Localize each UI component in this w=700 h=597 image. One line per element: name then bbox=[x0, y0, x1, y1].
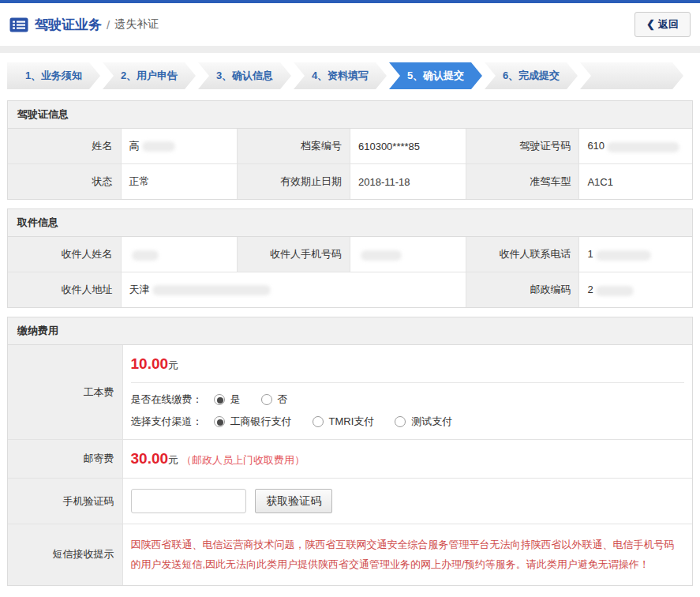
header-divider bbox=[0, 46, 700, 53]
sms-code-cell: 获取验证码 bbox=[122, 479, 692, 524]
post-fee-amount: 30.00 bbox=[131, 450, 169, 467]
field-value-archive-no: 610300****85 bbox=[350, 129, 466, 164]
table-row: 状态 正常 有效期止日期 2018-11-18 准驾车型 A1C1 bbox=[8, 164, 692, 200]
license-info-section: 驾驶证信息 姓名 高 档案编号 610300****85 驾驶证号码 610 状… bbox=[7, 100, 693, 200]
field-value-license-no: 610 bbox=[579, 129, 692, 164]
breadcrumb-separator: / bbox=[107, 18, 110, 32]
field-label-expiry-date: 有效期止日期 bbox=[237, 164, 350, 200]
payment-section: 缴纳费用 工本费 10.00元 是否在线缴费： 是 bbox=[7, 317, 693, 586]
field-value-recipient-name bbox=[121, 237, 237, 272]
table-row: 短信接收提示 因陕西省联通、电信运营商技术问题，陕西省互联网交通安全综合服务管理… bbox=[8, 524, 692, 585]
field-value-recipient-address: 天津 bbox=[121, 272, 466, 308]
page-title: 驾驶证业务 bbox=[35, 16, 102, 34]
payment-table: 工本费 10.00元 是否在线缴费： 是 否 bbox=[8, 345, 692, 585]
back-button-label: 返回 bbox=[658, 18, 679, 30]
radio-button-icon[interactable] bbox=[214, 394, 225, 405]
field-label-vehicle-class: 准驾车型 bbox=[466, 164, 579, 200]
page-header: 驾驶证业务 / 遗失补证 ❮返回 bbox=[0, 3, 700, 46]
field-label-archive-no: 档案编号 bbox=[237, 129, 350, 164]
field-label-recipient-mobile: 收件人手机号码 bbox=[237, 237, 350, 272]
online-payment-question: 是否在线缴费： 是 否 bbox=[131, 392, 685, 407]
table-row: 工本费 10.00元 是否在线缴费： 是 否 bbox=[8, 345, 692, 440]
redacted-value bbox=[152, 285, 271, 295]
field-value-recipient-mobile bbox=[350, 237, 466, 272]
step-3-confirm-info[interactable]: 3、确认信息 bbox=[198, 62, 291, 89]
field-label-post-fee: 邮寄费 bbox=[8, 440, 122, 479]
get-sms-code-button[interactable]: 获取验证码 bbox=[255, 489, 332, 513]
step-4-fill-data[interactable]: 4、资料填写 bbox=[294, 62, 387, 89]
step-navigation: 1、业务须知 2、用户申告 3、确认信息 4、资料填写 5、确认提交 6、完成提… bbox=[7, 62, 693, 89]
step-1-business-notice[interactable]: 1、业务须知 bbox=[7, 62, 100, 89]
field-label-recipient-name: 收件人姓名 bbox=[8, 237, 121, 272]
pickup-info-title: 取件信息 bbox=[8, 209, 692, 237]
field-label-card-fee: 工本费 bbox=[8, 345, 122, 440]
back-button[interactable]: ❮返回 bbox=[634, 12, 691, 37]
field-value-recipient-phone: 1 bbox=[579, 237, 692, 272]
payment-channel-question: 选择支付渠道： 工商银行支付 TMRI支付 测试支付 bbox=[131, 415, 685, 429]
redacted-value bbox=[596, 286, 634, 296]
breadcrumb-current: 遗失补证 bbox=[114, 17, 159, 32]
field-value-status: 正常 bbox=[121, 164, 237, 200]
field-label-recipient-phone: 收件人联系电话 bbox=[466, 237, 579, 272]
radio-option-no[interactable]: 否 bbox=[261, 392, 288, 407]
pickup-info-section: 取件信息 收件人姓名 收件人手机号码 收件人联系电话 1 收件人地址 天津 邮政… bbox=[7, 208, 693, 308]
table-row: 邮寄费 30.00元（邮政人员上门收取费用） bbox=[8, 440, 692, 479]
redacted-value bbox=[132, 250, 159, 261]
redacted-value bbox=[596, 250, 651, 261]
field-value-name: 高 bbox=[121, 129, 237, 164]
sms-code-input[interactable] bbox=[131, 489, 246, 513]
payment-title: 缴纳费用 bbox=[8, 317, 692, 345]
pickup-info-table: 收件人姓名 收件人手机号码 收件人联系电话 1 收件人地址 天津 邮政编码 2 bbox=[8, 237, 692, 307]
radio-button-icon[interactable] bbox=[261, 394, 272, 405]
field-value-vehicle-class: A1C1 bbox=[579, 164, 692, 200]
card-fee-amount: 10.00 bbox=[131, 355, 169, 372]
step-2-user-declaration[interactable]: 2、用户申告 bbox=[103, 62, 196, 89]
radio-label-tmri: TMRI支付 bbox=[329, 415, 375, 429]
radio-option-tmri[interactable]: TMRI支付 bbox=[313, 415, 375, 429]
field-label-postal-code: 邮政编码 bbox=[466, 272, 579, 308]
list-document-icon bbox=[9, 17, 28, 32]
table-row: 姓名 高 档案编号 610300****85 驾驶证号码 610 bbox=[8, 129, 692, 164]
chevron-left-icon: ❮ bbox=[646, 18, 655, 30]
field-label-sms-notice: 短信接收提示 bbox=[8, 524, 122, 585]
sms-notice-cell: 因陕西省联通、电信运营商技术问题，陕西省互联网交通安全综合服务管理平台无法向持陕… bbox=[122, 524, 692, 585]
card-fee-unit: 元 bbox=[168, 359, 178, 371]
payment-channel-label: 选择支付渠道： bbox=[131, 415, 203, 429]
post-fee-cell: 30.00元（邮政人员上门收取费用） bbox=[122, 440, 692, 479]
radio-label-test-pay: 测试支付 bbox=[411, 415, 452, 429]
radio-option-icbc[interactable]: 工商银行支付 bbox=[214, 415, 292, 429]
post-fee-note: （邮政人员上门收取费用） bbox=[182, 454, 305, 466]
step-6-complete-submit[interactable]: 6、完成提交 bbox=[485, 62, 578, 89]
radio-option-test-pay[interactable]: 测试支付 bbox=[395, 415, 452, 429]
radio-button-icon[interactable] bbox=[395, 416, 406, 427]
radio-option-yes[interactable]: 是 bbox=[214, 392, 241, 407]
step-filler-arrow bbox=[580, 62, 683, 89]
redacted-value bbox=[607, 142, 679, 152]
field-label-name: 姓名 bbox=[8, 129, 121, 164]
license-info-table: 姓名 高 档案编号 610300****85 驾驶证号码 610 状态 正常 有… bbox=[8, 129, 692, 199]
table-row: 收件人姓名 收件人手机号码 收件人联系电话 1 bbox=[8, 237, 692, 272]
radio-label-no: 否 bbox=[278, 392, 288, 407]
field-value-postal-code: 2 bbox=[579, 272, 692, 308]
step-5-confirm-submit[interactable]: 5、确认提交 bbox=[389, 62, 482, 89]
radio-button-icon[interactable] bbox=[214, 416, 225, 427]
field-value-expiry-date: 2018-11-18 bbox=[350, 164, 466, 200]
field-label-status: 状态 bbox=[8, 164, 121, 200]
card-fee-cell: 10.00元 是否在线缴费： 是 否 bbox=[122, 345, 692, 440]
redacted-value bbox=[142, 141, 175, 152]
table-row: 收件人地址 天津 邮政编码 2 bbox=[8, 272, 692, 308]
field-label-license-no: 驾驶证号码 bbox=[466, 129, 579, 164]
license-info-title: 驾驶证信息 bbox=[8, 101, 692, 129]
radio-label-yes: 是 bbox=[230, 392, 241, 407]
redacted-value bbox=[361, 250, 402, 261]
divider bbox=[131, 382, 685, 383]
sms-notice-text: 因陕西省联通、电信运营商技术问题，陕西省互联网交通安全综合服务管理平台无法向持陕… bbox=[131, 535, 685, 575]
post-fee-unit: 元 bbox=[168, 454, 178, 466]
radio-label-icbc: 工商银行支付 bbox=[230, 415, 292, 429]
online-payment-label: 是否在线缴费： bbox=[131, 392, 203, 407]
field-label-recipient-address: 收件人地址 bbox=[8, 272, 121, 308]
field-label-sms-code: 手机验证码 bbox=[8, 479, 122, 524]
table-row: 手机验证码 获取验证码 bbox=[8, 479, 692, 524]
main-content: 1、业务须知 2、用户申告 3、确认信息 4、资料填写 5、确认提交 6、完成提… bbox=[0, 53, 700, 597]
radio-button-icon[interactable] bbox=[313, 416, 324, 427]
